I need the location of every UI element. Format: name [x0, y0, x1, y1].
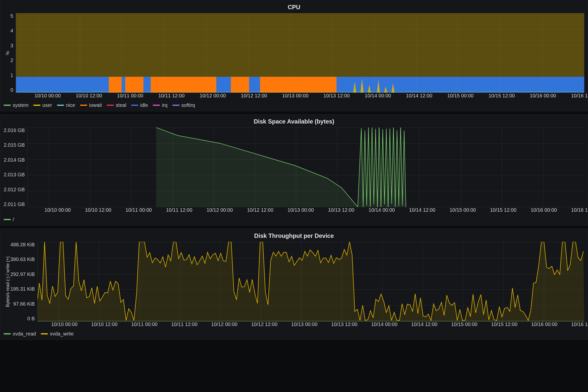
- xtick-label: 10/12 12:00: [241, 93, 267, 98]
- legend-item-softirq[interactable]: softirq: [172, 102, 195, 108]
- ytick-label: 4: [10, 28, 13, 34]
- legend-item-iowait[interactable]: iowait: [80, 102, 102, 108]
- xtick-label: 10/12 00:00: [211, 322, 237, 327]
- legend-item-xvda-write[interactable]: xvda_write: [41, 331, 74, 337]
- panel-cpu[interactable]: CPU % 543210 10/10 00:0010/10 12:0010/11…: [0, 0, 588, 111]
- svg-rect-7: [260, 77, 337, 93]
- ytick-label: 390.63 KiB: [10, 256, 35, 262]
- legend-cpu[interactable]: systemuserniceiowaitstealidleirqsoftirq: [4, 102, 584, 108]
- xtick-label: 10/14 12:00: [411, 322, 438, 327]
- xtick-label: 10/10 12:00: [76, 93, 102, 98]
- xtick-label: 10/12 12:00: [247, 207, 273, 213]
- legend-item-system[interactable]: system: [4, 102, 28, 108]
- ytick-label: 2.013 GB: [4, 172, 25, 178]
- xtick-label: 10/14 12:00: [406, 93, 432, 98]
- panel-title-cpu: CPU: [4, 4, 584, 11]
- legend-swatch: [57, 104, 64, 106]
- legend-disk-throughput[interactable]: xvda_readxvda_write: [4, 331, 584, 337]
- xtick-label: 10/16 12:00: [571, 93, 588, 98]
- legend-label: nice: [66, 102, 75, 108]
- svg-rect-4: [125, 77, 143, 93]
- xtick-label: 10/12 00:00: [207, 207, 233, 213]
- xtick-label: 10/11 12:00: [158, 93, 185, 98]
- legend-swatch: [172, 104, 179, 106]
- xticks-cpu: 10/10 00:0010/10 12:0010/11 00:0010/11 1…: [26, 93, 584, 100]
- xtick-label: 10/16 00:00: [531, 207, 557, 213]
- legend-item-irq[interactable]: irq: [153, 102, 167, 108]
- legend-label: user: [42, 102, 52, 108]
- xtick-label: 10/10 12:00: [91, 322, 117, 327]
- legend-swatch: [107, 104, 114, 106]
- xtick-label: 10/14 00:00: [371, 322, 398, 327]
- legend-item-xvda-read[interactable]: xvda_read: [4, 331, 36, 337]
- legend-item-steal[interactable]: steal: [107, 102, 126, 108]
- xtick-label: 10/15 12:00: [489, 93, 515, 98]
- ytick-label: 0 B: [27, 316, 35, 322]
- ytick-label: 2.016 GB: [4, 128, 25, 133]
- ytick-label: 1: [10, 72, 13, 78]
- panel-disk-throughput[interactable]: Disk Throughput per Device Bytes/s read …: [0, 229, 588, 340]
- yaxis-label-cpu: %: [4, 13, 10, 93]
- xtick-label: 10/13 00:00: [291, 322, 318, 327]
- xtick-label: 10/16 12:00: [571, 322, 588, 327]
- ytick-label: 97.66 KiB: [13, 301, 35, 307]
- ytick-label: 0: [10, 87, 13, 93]
- xtick-label: 10/13 00:00: [282, 93, 308, 98]
- ytick-label: 2: [10, 58, 13, 63]
- xtick-label: 10/13 00:00: [288, 207, 314, 213]
- xtick-label: 10/12 12:00: [251, 322, 278, 327]
- legend-label: /: [13, 217, 14, 222]
- panel-title-disk-throughput: Disk Throughput per Device: [4, 232, 584, 239]
- plot-area-disk-throughput[interactable]: [37, 242, 584, 322]
- legend-swatch: [4, 219, 11, 220]
- ytick-label: 195.31 KiB: [10, 286, 35, 292]
- xtick-label: 10/16 00:00: [530, 93, 556, 98]
- legend-item-nice[interactable]: nice: [57, 102, 75, 108]
- legend-label: system: [13, 102, 28, 108]
- ytick-label: 488.28 KiB: [10, 242, 35, 248]
- xtick-label: 10/13 12:00: [328, 207, 355, 213]
- panel-disk-space[interactable]: Disk Space Available (bytes) 2.016 GB2.0…: [0, 114, 588, 226]
- ytick-label: 3: [10, 43, 13, 48]
- legend-item-user[interactable]: user: [33, 102, 52, 108]
- ytick-label: 5: [10, 13, 13, 19]
- xtick-label: 10/15 00:00: [450, 207, 476, 213]
- legend-swatch: [4, 104, 11, 106]
- legend-item-idle[interactable]: idle: [131, 102, 148, 108]
- legend-swatch: [153, 104, 160, 106]
- xticks-disk-throughput: 10/10 00:0010/10 12:0010/11 00:0010/11 1…: [43, 322, 584, 328]
- yticks-disk-space: 2.016 GB2.015 GB2.014 GB2.013 GB2.012 GB…: [4, 128, 27, 207]
- plot-area-disk-space[interactable]: [27, 128, 584, 207]
- xtick-label: 10/11 12:00: [171, 322, 198, 327]
- svg-rect-5: [151, 77, 216, 93]
- xtick-label: 10/10 00:00: [44, 207, 71, 213]
- plot-area-cpu[interactable]: [16, 13, 584, 93]
- legend-item--[interactable]: /: [4, 217, 14, 222]
- legend-swatch: [4, 333, 11, 334]
- yaxis-label-disk-throughput: Bytes/s read (-) / write (+): [4, 242, 10, 322]
- legend-swatch: [80, 104, 87, 106]
- ytick-label: 2.011 GB: [4, 202, 25, 207]
- xtick-label: 10/15 00:00: [451, 322, 478, 327]
- ytick-label: 2.014 GB: [4, 157, 25, 163]
- yticks-cpu: 543210: [10, 13, 16, 93]
- xtick-label: 10/13 12:00: [323, 93, 350, 98]
- xtick-label: 10/14 00:00: [369, 207, 395, 213]
- legend-swatch: [41, 333, 48, 334]
- legend-label: idle: [140, 102, 148, 108]
- xtick-label: 10/14 00:00: [365, 93, 391, 98]
- xtick-label: 10/10 12:00: [85, 207, 111, 213]
- legend-label: iowait: [89, 102, 102, 108]
- svg-rect-3: [109, 77, 121, 93]
- dashboard: CPU % 543210 10/10 00:0010/10 12:0010/11…: [0, 0, 588, 340]
- legend-label: xvda_write: [50, 331, 74, 337]
- xtick-label: 10/15 12:00: [490, 207, 517, 213]
- xtick-label: 10/11 00:00: [131, 322, 158, 327]
- xtick-label: 10/14 12:00: [409, 207, 435, 213]
- xtick-label: 10/11 00:00: [125, 207, 152, 213]
- xticks-disk-space: 10/10 00:0010/10 12:0010/11 00:0010/11 1…: [36, 207, 584, 214]
- legend-disk-space[interactable]: /: [4, 217, 584, 222]
- xtick-label: 10/12 00:00: [200, 93, 226, 98]
- xtick-label: 10/10 00:00: [51, 322, 78, 327]
- legend-label: softirq: [181, 102, 195, 108]
